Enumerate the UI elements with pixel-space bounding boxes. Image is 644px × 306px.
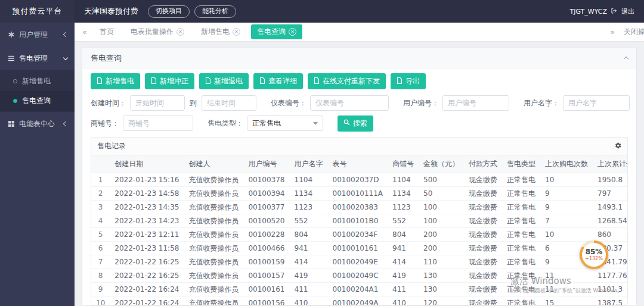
cell-shopNo: 1123: [388, 201, 419, 214]
logout-button[interactable]: 退出: [621, 7, 634, 16]
new-sale-button[interactable]: 新增售电: [91, 73, 140, 89]
table-row[interactable]: 22022-01-23 14:58充值收费操作员0010039411340010…: [91, 187, 627, 201]
column-header[interactable]: 用户名字: [290, 155, 328, 173]
export-button[interactable]: 导出: [391, 73, 426, 89]
cell-lastCount: 9: [540, 201, 593, 214]
column-header[interactable]: 上次累计金额: [593, 155, 627, 173]
cell-userName: 410: [290, 296, 328, 305]
sale-type-value: 正常售电: [252, 118, 281, 129]
user-name-input[interactable]: [563, 95, 630, 111]
switch-project-button[interactable]: 切换项目: [148, 5, 190, 18]
sidebar-item-sale-management[interactable]: 售电管理: [0, 46, 75, 70]
cell-userNo: 00100228: [243, 228, 289, 242]
records-header: 售电记录: [91, 138, 627, 155]
column-header[interactable]: 用户编号: [243, 155, 289, 173]
cell-creator: 充值收费操作员: [184, 296, 243, 305]
cell-lastCount: 15: [540, 296, 593, 305]
panel-header: 售电查询: [82, 48, 636, 68]
cell-saleType: 正常售电: [502, 269, 540, 283]
column-header[interactable]: 售电类型: [502, 155, 540, 173]
cell-userNo: 00100394: [243, 187, 289, 201]
cell-lastTotal: 1101.3: [593, 283, 627, 296]
table-row[interactable]: 32022-01-23 14:35充值收费操作员0010037711230010…: [91, 201, 627, 214]
table-row[interactable]: 82022-01-22 16:25充值收费操作员0010015741900100…: [91, 269, 627, 283]
tab-meter-batch[interactable]: 电表批量操作: [125, 24, 190, 39]
cell-lastTotal: 797: [593, 187, 627, 201]
column-header[interactable]: 上次购电次数: [540, 155, 593, 173]
cell-lastCount: 10: [540, 228, 593, 242]
column-header[interactable]: 金额（元）: [419, 155, 464, 173]
search-button[interactable]: 搜索: [338, 115, 373, 132]
document-icon: [97, 77, 103, 86]
tabs-scroll-right-icon[interactable]: »: [606, 27, 619, 36]
score-badge-inner: 85% +132%: [582, 243, 606, 267]
cell-lastCount: 7: [540, 214, 593, 228]
sidebar-item-meter-center[interactable]: 电能表中心: [0, 112, 75, 136]
cell-creator: 充值收费操作员: [184, 255, 243, 269]
tab-home[interactable]: 首页: [94, 24, 120, 39]
close-tab-icon[interactable]: [289, 28, 296, 36]
tab-label: 售电查询: [257, 27, 286, 37]
sidebar-subitem-new-sale[interactable]: 新增售电: [0, 71, 75, 91]
to-label: 到: [190, 98, 197, 108]
document-icon: [259, 77, 265, 86]
column-header[interactable]: 商铺号: [388, 155, 419, 173]
sale-type-select[interactable]: 正常售电: [247, 115, 323, 131]
view-detail-button[interactable]: 查看详细: [253, 73, 303, 89]
table-row[interactable]: 12022-01-23 15:16充值收费操作员0010037811040010…: [91, 173, 627, 187]
sidebar-subitem-sale-query[interactable]: 售电查询: [0, 91, 75, 111]
table-row[interactable]: 102022-01-22 16:24充值收费操作员001001564100010…: [91, 296, 627, 305]
table-settings-gear-icon[interactable]: [614, 142, 621, 151]
tabs-scroll-left-icon[interactable]: «: [78, 27, 91, 36]
start-time-input[interactable]: [130, 95, 185, 111]
cell-lastCount: 11: [540, 269, 593, 283]
score-badge[interactable]: 85% +132%: [580, 241, 608, 269]
cell-creator: 充值收费操作员: [184, 228, 243, 242]
user-name-filter: 用户名字：: [524, 95, 630, 111]
table-row[interactable]: 62022-01-23 11:58充值收费操作员0010046694100100…: [91, 242, 627, 255]
records-header-row: 创建日期创建人用户编号用户名字表号商铺号金额（元）付款方式售电类型上次购电次数上…: [91, 155, 627, 173]
cell-payMethod: 现金缴费: [464, 228, 502, 242]
table-row[interactable]: 72022-01-22 16:25充值收费操作员0010015941400100…: [91, 255, 627, 269]
new-correction-button[interactable]: 新增冲正: [145, 73, 194, 89]
shop-no-input[interactable]: [123, 115, 193, 131]
close-tab-icon[interactable]: [177, 28, 184, 36]
column-header[interactable]: 创建日期: [110, 155, 184, 173]
user-no-input[interactable]: [442, 95, 509, 111]
energy-analysis-button[interactable]: 能耗分析: [194, 5, 236, 18]
close-tab-icon[interactable]: [233, 28, 240, 36]
cell-creator: 充值收费操作员: [184, 201, 243, 214]
collapse-panel-icon[interactable]: [624, 57, 628, 61]
cell-saleType: 正常售电: [502, 296, 540, 305]
tab-bar: « 首页 电表批量操作 新增售电 售电查询 » 关闭操作: [75, 23, 644, 42]
cell-meterNo: 0010010161: [328, 242, 388, 255]
cell-lastTotal: 1268.54: [593, 214, 627, 228]
cell-shopNo: 411: [388, 283, 419, 296]
sidebar-item-label: 用户管理: [19, 30, 60, 40]
row-index: 8: [91, 269, 110, 283]
table-row[interactable]: 42022-01-23 14:23充值收费操作员0010052055200100…: [91, 214, 627, 228]
meter-no-label: 仪表编号：: [271, 98, 306, 108]
cell-saleType: 正常售电: [502, 214, 540, 228]
cell-userNo: 00100159: [243, 255, 289, 269]
cell-meterNo: 001002034F: [328, 228, 388, 242]
cell-saleType: 正常售电: [502, 228, 540, 242]
column-header[interactable]: 创建人: [184, 155, 243, 173]
sidebar-item-user-management[interactable]: 用户管理: [0, 23, 75, 46]
cell-date: 2022-01-23 15:16: [110, 173, 184, 187]
chevron-down-icon: [313, 122, 318, 125]
table-row[interactable]: 52022-01-23 12:11充值收费操作员0010022880400100…: [91, 228, 627, 242]
column-header[interactable]: 表号: [328, 155, 388, 173]
column-header[interactable]: 付款方式: [464, 155, 502, 173]
close-operations-menu[interactable]: 关闭操作: [624, 27, 644, 37]
online-pay-resend-button[interactable]: 在线支付重新下发: [308, 73, 386, 89]
table-row[interactable]: 92022-01-22 16:24充值收费操作员0010016141100100…: [91, 283, 627, 296]
row-index: 4: [91, 214, 110, 228]
bullet-icon: [13, 79, 17, 83]
tab-sale-query[interactable]: 售电查询: [251, 24, 302, 39]
new-refund-button[interactable]: 新增退电: [199, 73, 249, 89]
cell-meterNo: 001002049A: [328, 296, 388, 305]
end-time-input[interactable]: [202, 95, 256, 111]
meter-no-input[interactable]: [310, 95, 389, 111]
tab-new-sale[interactable]: 新增售电: [195, 24, 246, 39]
